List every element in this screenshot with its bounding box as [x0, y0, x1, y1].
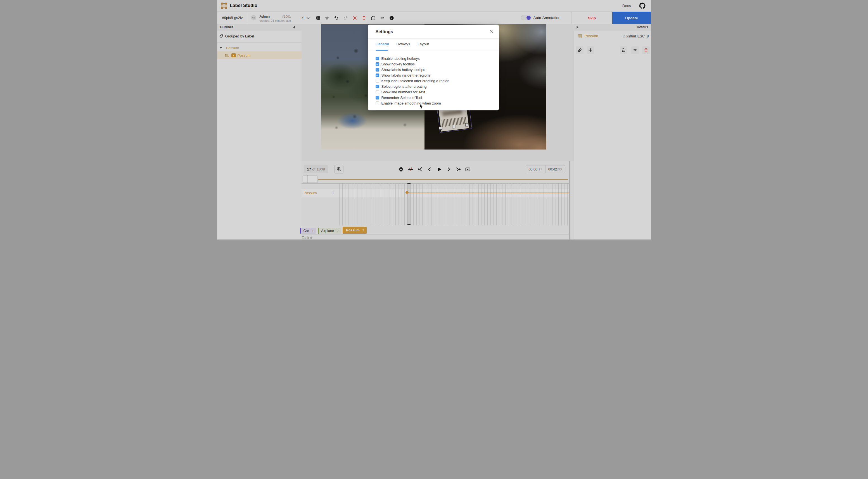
checkbox[interactable]: [376, 96, 379, 99]
option-row: Enable labeling hotkeys: [376, 56, 450, 61]
checkbox[interactable]: [376, 85, 379, 88]
tab-hotkeys[interactable]: Hotkeys: [397, 42, 410, 46]
checkbox[interactable]: [376, 101, 379, 105]
option-row: Show labels inside the regions: [376, 72, 450, 78]
divider: [368, 51, 499, 51]
option-row: Enable image smoothing when zoom: [376, 100, 450, 106]
checkbox[interactable]: [376, 90, 379, 94]
option-row: Show labels hotkey tooltips: [376, 67, 450, 72]
modal-title: Settings: [376, 29, 393, 34]
settings-tabs: General Hotkeys Layout: [376, 42, 429, 46]
option-row: Show line numbers for Text: [376, 89, 450, 95]
close-icon[interactable]: [489, 29, 494, 34]
mouse-cursor: [420, 103, 425, 109]
checkbox[interactable]: [376, 57, 379, 60]
checkbox[interactable]: [376, 79, 379, 83]
option-row: Remember Selected Tool: [376, 95, 450, 100]
label-studio-app: Label Studio Docs #9pb8Lgs2iv AD Admin #…: [217, 0, 651, 240]
checkbox[interactable]: [376, 68, 379, 71]
tab-layout[interactable]: Layout: [417, 42, 429, 46]
settings-options: Enable labeling hotkeys Show hotkey tool…: [376, 56, 450, 106]
option-row: Keep label selected after creating a reg…: [376, 78, 450, 84]
checkbox[interactable]: [376, 73, 379, 77]
option-row: Show hotkey tooltips: [376, 61, 450, 67]
tab-general[interactable]: General: [376, 42, 389, 46]
settings-modal: Settings General Hotkeys Layout Enable l…: [368, 25, 499, 110]
option-row: Select regions after creating: [376, 84, 450, 89]
checkbox[interactable]: [376, 62, 379, 66]
